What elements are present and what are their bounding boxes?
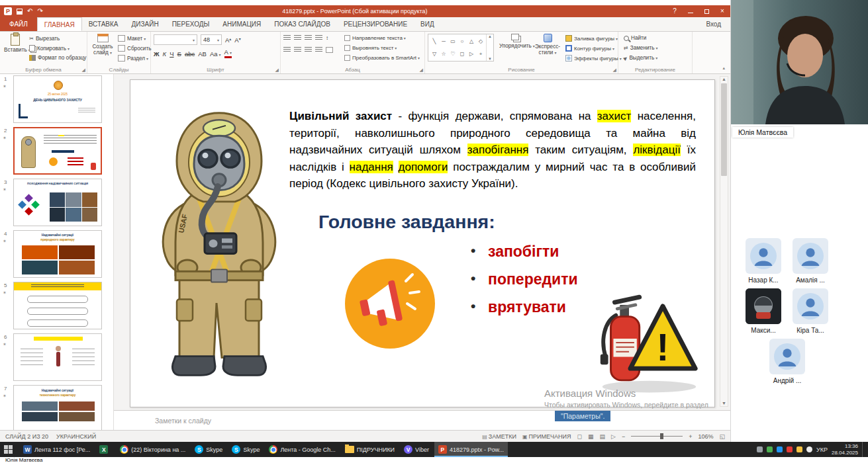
- slide-thumbnail-5[interactable]: [13, 282, 102, 329]
- sign-in-link[interactable]: Вход: [697, 17, 730, 31]
- align-text-button[interactable]: Выровнять текст: [344, 45, 397, 51]
- shape-glyph[interactable]: ▭: [450, 38, 456, 44]
- zoom-slider-thumb[interactable]: [660, 433, 663, 439]
- tray-hidden-icons[interactable]: [757, 446, 763, 452]
- bullets-button[interactable]: [283, 35, 291, 41]
- arrange-button[interactable]: Упорядочить: [499, 33, 531, 49]
- shape-glyph[interactable]: ▷: [469, 51, 473, 57]
- tray-icon[interactable]: [777, 446, 783, 452]
- font-color-button[interactable]: А: [224, 49, 232, 58]
- increase-indent-button[interactable]: [315, 35, 322, 41]
- scroll-up-icon[interactable]: ▲: [722, 77, 726, 81]
- new-slide-button[interactable]: Создать слайд: [90, 33, 115, 56]
- tab-animations[interactable]: АНИМАЦИЯ: [216, 17, 267, 31]
- dialog-launcher-icon[interactable]: ◢: [82, 67, 85, 73]
- slide-body-text[interactable]: Цивільний захист - функція держави, спря…: [289, 108, 696, 192]
- presenter-webcam-video[interactable]: [731, 0, 868, 124]
- scroll-down-icon[interactable]: ▼: [488, 57, 492, 61]
- tab-home[interactable]: ГЛАВНАЯ: [37, 17, 82, 31]
- taskbar-item-skype-1[interactable]: S Skype: [191, 442, 226, 457]
- reading-view-button[interactable]: ▤: [599, 433, 605, 440]
- change-case-button[interactable]: Aa: [210, 50, 221, 58]
- dialog-launcher-icon[interactable]: ◢: [420, 67, 423, 73]
- comments-toggle[interactable]: ▣ПРИМЕЧАНИЯ: [522, 433, 571, 440]
- shape-glyph[interactable]: △: [469, 38, 473, 44]
- replace-button[interactable]: ⇄Заменить: [624, 45, 658, 51]
- clock[interactable]: 13:36 28.04.2025: [832, 443, 858, 456]
- show-desktop-button[interactable]: [862, 442, 865, 457]
- notes-toggle[interactable]: ▤ЗАМЕТКИ: [482, 433, 516, 440]
- shape-glyph[interactable]: ○: [461, 38, 464, 44]
- zoom-in-button[interactable]: +: [689, 433, 692, 440]
- tray-icon[interactable]: [787, 446, 793, 452]
- strikethrough-button[interactable]: S: [177, 50, 181, 58]
- shrink-font-button[interactable]: А: [234, 36, 240, 44]
- line-spacing-button[interactable]: ↕: [326, 35, 328, 41]
- scroll-up-icon[interactable]: ▲: [488, 34, 492, 38]
- slide-thumbnail-3[interactable]: ПОХОДЖЕННЯ НАДЗВИЧАЙНИХ СИТУАЦІЙ: [13, 179, 102, 226]
- zoom-out-button[interactable]: −: [622, 433, 625, 440]
- participant-tile[interactable]: [793, 288, 828, 324]
- columns-button[interactable]: [326, 47, 333, 53]
- bold-button[interactable]: Ж: [154, 50, 160, 58]
- editor-scrollbar[interactable]: ▲ ▼: [720, 76, 728, 407]
- decrease-indent-button[interactable]: [305, 35, 312, 41]
- zoom-level[interactable]: 106%: [698, 433, 713, 440]
- help-button[interactable]: ?: [667, 5, 683, 17]
- slide-thumbnail-7[interactable]: Надзвичайні ситуації техногенного характ…: [13, 385, 102, 430]
- taskbar-item-viber[interactable]: V Viber: [400, 442, 433, 457]
- tab-slideshow[interactable]: ПОКАЗ СЛАЙДОВ: [267, 17, 337, 31]
- slide-thumbnail-4[interactable]: Надзвичайні ситуації природного характер…: [13, 230, 102, 278]
- collapse-ribbon-button[interactable]: ▴: [722, 65, 725, 71]
- tab-insert[interactable]: ВСТАВКА: [82, 17, 125, 31]
- justify-button[interactable]: [315, 47, 322, 53]
- numbering-button[interactable]: [294, 35, 301, 41]
- tray-icon[interactable]: [767, 446, 773, 452]
- align-right-button[interactable]: [305, 47, 312, 53]
- shape-effects-button[interactable]: Эффекты фигуры: [565, 55, 622, 62]
- grow-font-button[interactable]: А: [225, 36, 231, 44]
- shape-glyph[interactable]: ♡: [450, 51, 455, 57]
- participant-tile[interactable]: [793, 238, 828, 274]
- font-name-combobox[interactable]: ▾: [154, 34, 197, 45]
- taskbar-item-word[interactable]: W Лента 112 фос [Ре...: [19, 442, 94, 457]
- taskbar-item-skype-2[interactable]: S Skype: [228, 442, 264, 457]
- taskbar-item-excel[interactable]: X: [95, 442, 115, 457]
- taskbar-item-chrome-lenta[interactable]: Лента - Google Ch...: [265, 442, 339, 457]
- dialog-launcher-icon[interactable]: ◢: [613, 67, 616, 73]
- section-button[interactable]: Раздел: [118, 55, 148, 62]
- tab-transitions[interactable]: ПЕРЕХОДЫ: [166, 17, 217, 31]
- shape-glyph[interactable]: ☆: [441, 51, 446, 57]
- fit-to-window-button[interactable]: ◱: [719, 433, 725, 440]
- tray-icon[interactable]: [796, 446, 802, 452]
- tab-view[interactable]: ВИД: [414, 17, 441, 31]
- zoom-slider[interactable]: [631, 436, 683, 437]
- cut-button[interactable]: ✂Вырезать: [29, 35, 60, 42]
- shapes-gallery[interactable]: ╲ ─ ▭ ○ △ ◇ ▽ ☆ ♡ ◻ ▷ +: [428, 34, 494, 62]
- text-shadow-button[interactable]: abc: [185, 50, 195, 58]
- shape-glyph[interactable]: +: [479, 51, 483, 57]
- reset-button[interactable]: Сбросить: [118, 45, 151, 52]
- italic-button[interactable]: К: [163, 50, 167, 58]
- participant-tile[interactable]: [746, 238, 781, 274]
- dialog-launcher-icon[interactable]: ◢: [275, 67, 279, 73]
- taskbar-item-powerpoint[interactable]: P 418279.pptx - Pow...: [434, 442, 508, 457]
- slide-heading[interactable]: Головне завдання:: [318, 211, 495, 233]
- underline-button[interactable]: Ч: [169, 50, 173, 58]
- shape-glyph[interactable]: ◇: [479, 38, 483, 44]
- shape-glyph[interactable]: ▽: [432, 51, 436, 57]
- slide-indicator[interactable]: СЛАЙД 2 ИЗ 20: [5, 433, 48, 440]
- undo-icon[interactable]: ↶: [27, 7, 32, 15]
- font-size-combobox[interactable]: 48▾: [201, 34, 222, 45]
- slide-thumbnail-2-selected[interactable]: [13, 127, 102, 175]
- copy-button[interactable]: Копировать: [29, 45, 70, 52]
- slideshow-view-button[interactable]: ▷: [611, 433, 616, 440]
- select-button[interactable]: ▶Выделить: [624, 55, 657, 61]
- megaphone-image[interactable]: [345, 259, 435, 349]
- slide-bullet-list[interactable]: запобігти попередити врятувати: [469, 243, 578, 326]
- tab-review[interactable]: РЕЦЕНЗИРОВАНИЕ: [337, 17, 414, 31]
- shape-fill-button[interactable]: Заливка фигуры: [565, 35, 618, 42]
- quick-styles-button[interactable]: Экспресс-стили: [532, 33, 563, 56]
- scrollbar-thumb[interactable]: [721, 83, 727, 176]
- participant-tile[interactable]: [769, 339, 805, 374]
